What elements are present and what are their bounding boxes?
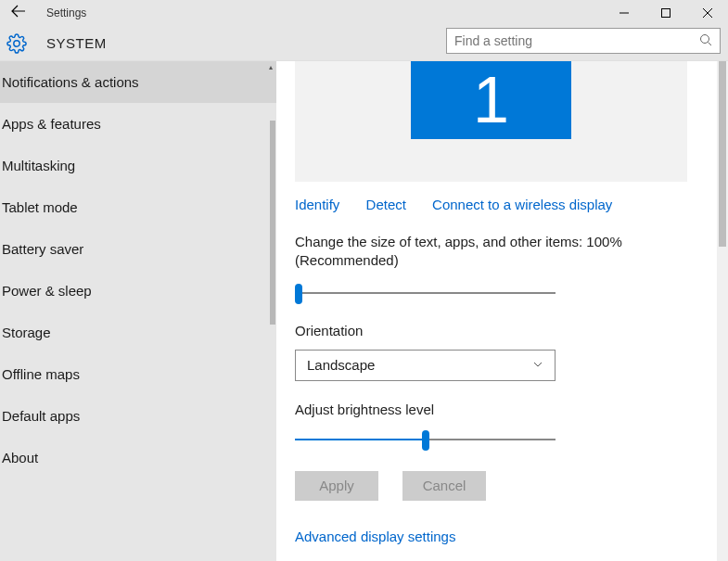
display-preview: 1 — [295, 61, 687, 182]
orientation-setting: Orientation Landscape — [295, 323, 687, 381]
display-links: Identify Detect Connect to a wireless di… — [295, 197, 728, 212]
sidebar-item-label: Offline maps — [2, 366, 80, 382]
sidebar-item-label: Default apps — [2, 408, 80, 424]
sidebar: Notifications & actions Apps & features … — [0, 61, 276, 561]
scale-label: Change the size of text, apps, and other… — [295, 233, 687, 271]
sidebar-item-label: Multitasking — [2, 158, 75, 173]
monitor-number: 1 — [473, 63, 509, 137]
monitor-1[interactable]: 1 — [411, 61, 571, 139]
minimize-icon — [619, 8, 629, 18]
sidebar-item-tablet[interactable]: Tablet mode — [0, 186, 276, 228]
orientation-select[interactable]: Landscape — [295, 350, 556, 381]
content-scrollbar[interactable] — [717, 61, 728, 561]
identify-link[interactable]: Identify — [295, 197, 339, 212]
cancel-button[interactable]: Cancel — [402, 471, 486, 501]
sidebar-scrollbar[interactable]: ▴ — [269, 61, 276, 561]
search-box[interactable] — [446, 28, 721, 54]
settings-gear-icon[interactable] — [6, 32, 28, 55]
sidebar-item-offline-maps[interactable]: Offline maps — [0, 353, 276, 395]
window-title: Settings — [46, 6, 86, 19]
brightness-slider[interactable] — [295, 430, 556, 449]
chevron-down-icon — [532, 357, 543, 373]
slider-thumb[interactable] — [295, 284, 302, 304]
sidebar-item-label: Battery saver — [2, 241, 83, 257]
sidebar-item-storage[interactable]: Storage — [0, 312, 276, 353]
sidebar-item-default-apps[interactable]: Default apps — [0, 395, 276, 437]
sidebar-item-label: Apps & features — [2, 116, 101, 132]
sidebar-item-apps[interactable]: Apps & features — [0, 103, 276, 145]
sidebar-item-battery[interactable]: Battery saver — [0, 228, 276, 270]
search-icon — [699, 33, 712, 49]
content-scrollbar-thumb[interactable] — [719, 61, 726, 247]
close-icon — [703, 8, 712, 18]
sidebar-item-multitasking[interactable]: Multitasking — [0, 145, 276, 186]
close-button[interactable] — [686, 0, 728, 26]
apply-label: Apply — [319, 478, 354, 493]
cancel-label: Cancel — [423, 478, 466, 493]
sidebar-item-about[interactable]: About — [0, 437, 276, 478]
apply-button[interactable]: Apply — [295, 471, 378, 501]
svg-rect-0 — [661, 9, 670, 18]
sidebar-item-label: Tablet mode — [2, 199, 78, 215]
brightness-label: Adjust brightness level — [295, 402, 687, 417]
scale-slider[interactable] — [295, 284, 556, 302]
search-input[interactable] — [454, 33, 699, 48]
apply-cancel-row: Apply Cancel — [295, 471, 728, 501]
minimize-button[interactable] — [603, 0, 645, 26]
slider-thumb[interactable] — [422, 430, 429, 451]
scale-setting: Change the size of text, apps, and other… — [295, 233, 687, 302]
back-button[interactable] — [0, 0, 37, 26]
sidebar-item-label: Power & sleep — [2, 283, 92, 299]
window-controls — [603, 0, 728, 26]
slider-fill — [295, 439, 426, 440]
maximize-button[interactable] — [645, 0, 686, 26]
header: SYSTEM — [0, 26, 728, 61]
maximize-icon — [661, 8, 671, 18]
content-pane: 1 Identify Detect Connect to a wireless … — [276, 61, 728, 561]
advanced-display-link[interactable]: Advanced display settings — [295, 529, 728, 544]
sidebar-item-label: Notifications & actions — [2, 74, 139, 90]
back-arrow-icon — [11, 5, 26, 18]
sidebar-scrollbar-thumb[interactable] — [270, 121, 275, 325]
orientation-label: Orientation — [295, 323, 687, 338]
sidebar-item-label: Storage — [2, 325, 51, 340]
titlebar: Settings — [0, 0, 728, 26]
svg-point-1 — [701, 34, 709, 43]
sidebar-item-notifications[interactable]: Notifications & actions — [0, 61, 276, 103]
brightness-setting: Adjust brightness level — [295, 402, 687, 449]
section-title: SYSTEM — [46, 35, 107, 51]
sidebar-item-power[interactable]: Power & sleep — [0, 270, 276, 312]
wireless-display-link[interactable]: Connect to a wireless display — [432, 197, 612, 212]
detect-link[interactable]: Detect — [366, 197, 406, 212]
scroll-up-icon: ▴ — [269, 63, 273, 71]
slider-track-line — [295, 292, 556, 294]
sidebar-item-label: About — [2, 450, 38, 465]
orientation-value: Landscape — [307, 357, 375, 373]
